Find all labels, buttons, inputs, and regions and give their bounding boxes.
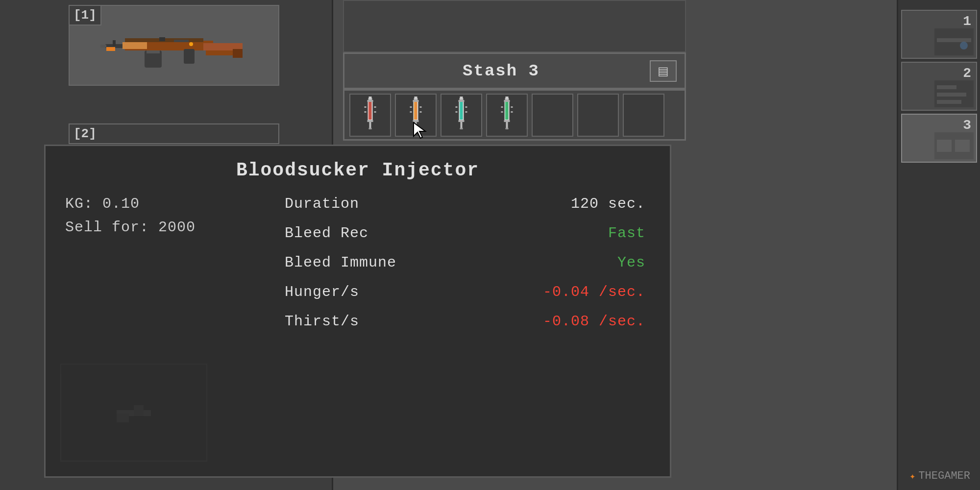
syringe-cyan — [450, 96, 472, 135]
svg-rect-38 — [410, 106, 412, 108]
svg-rect-56 — [506, 97, 509, 99]
main-container: [1] — [0, 0, 980, 490]
svg-rect-13 — [174, 40, 189, 42]
tooltip-title: Bloodsucker Injector — [46, 146, 670, 191]
svg-rect-35 — [413, 120, 419, 122]
svg-rect-79 — [937, 140, 952, 152]
svg-rect-80 — [955, 140, 970, 152]
tooltip-ghost-item — [60, 364, 207, 462]
svg-rect-6 — [100, 45, 106, 48]
svg-rect-59 — [505, 101, 506, 120]
svg-rect-49 — [461, 122, 463, 129]
svg-rect-24 — [369, 128, 372, 129]
tab-1-preview — [934, 28, 974, 55]
tab-1[interactable]: 1 — [901, 10, 977, 59]
svg-rect-41 — [420, 111, 422, 113]
svg-rect-46 — [460, 101, 461, 120]
svg-rect-75 — [937, 85, 956, 89]
syringe-slot-empty-1[interactable] — [532, 94, 573, 137]
svg-rect-26 — [374, 106, 376, 108]
tooltip-body: KG: 0.10 Sell for: 2000 Duration 120 sec… — [46, 191, 670, 347]
svg-rect-36 — [415, 122, 417, 129]
svg-rect-62 — [506, 122, 508, 129]
svg-rect-53 — [456, 111, 458, 113]
svg-rect-60 — [504, 100, 510, 102]
stat-value-thirst: -0.08 /sec. — [543, 313, 645, 330]
svg-rect-51 — [456, 106, 458, 108]
svg-rect-72 — [937, 38, 971, 42]
syringe-slot-green[interactable] — [486, 94, 528, 137]
stash-title: Stash 3 — [352, 62, 650, 80]
syringe-slot-empty-2[interactable] — [577, 94, 619, 137]
svg-rect-11 — [159, 37, 165, 41]
svg-rect-47 — [459, 100, 465, 102]
tab-3-preview — [934, 132, 974, 159]
svg-rect-21 — [368, 100, 373, 102]
stat-value-duration: 120 sec. — [547, 196, 645, 212]
slot-1-label: [1] — [69, 5, 101, 25]
svg-rect-4 — [233, 49, 243, 58]
syringe-red — [359, 96, 381, 135]
stat-row-bleed-immune: Bleed Immune Yes — [280, 254, 650, 271]
svg-rect-37 — [415, 128, 417, 129]
svg-rect-67 — [511, 111, 513, 113]
svg-rect-65 — [511, 106, 513, 108]
tooltip-left: KG: 0.10 Sell for: 2000 — [65, 196, 250, 343]
syringe-slot-empty-3[interactable] — [623, 94, 664, 137]
syringe-slot-red[interactable] — [349, 94, 391, 137]
svg-rect-23 — [369, 122, 371, 129]
stat-row-bleed-rec: Bleed Rec Fast — [280, 225, 650, 242]
svg-rect-34 — [413, 100, 419, 102]
svg-rect-48 — [459, 120, 465, 122]
stat-row-duration: Duration 120 sec. — [280, 196, 650, 212]
tooltip-stats: Duration 120 sec. Bleed Rec Fast Bleed I… — [280, 196, 650, 343]
stat-label-bleed-immune: Bleed Immune — [285, 254, 396, 271]
watermark-icon: ✦ — [909, 470, 915, 482]
stat-label-duration: Duration — [285, 196, 359, 212]
tab-sidebar: 1 2 3 — [897, 0, 980, 490]
svg-rect-12 — [122, 42, 147, 49]
stat-value-bleed-rec: Fast — [547, 225, 645, 242]
watermark: ✦ THEGAMER — [909, 470, 970, 482]
tab-1-number: 1 — [963, 14, 971, 29]
tab-2-number: 2 — [963, 66, 971, 81]
tab-3-number: 3 — [963, 118, 971, 133]
svg-rect-28 — [374, 111, 376, 113]
svg-rect-33 — [414, 101, 415, 120]
tab-3[interactable]: 3 — [901, 114, 977, 163]
stash-empty-area — [343, 0, 686, 52]
svg-rect-61 — [504, 120, 510, 122]
svg-rect-54 — [466, 111, 467, 113]
svg-rect-43 — [460, 97, 463, 99]
filter-button[interactable]: ▤ — [650, 60, 677, 82]
stat-row-hunger: Hunger/s -0.04 /sec. — [280, 284, 650, 300]
sell-text: Sell for: 2000 — [65, 219, 250, 236]
svg-rect-69 — [134, 405, 144, 416]
stat-label-thirst: Thirst/s — [285, 313, 359, 330]
syringe-orange — [405, 96, 427, 135]
svg-rect-76 — [937, 93, 966, 97]
svg-rect-77 — [937, 100, 961, 104]
syringe-slot-orange[interactable] — [395, 94, 437, 137]
svg-rect-39 — [420, 106, 422, 108]
syringe-slot-cyan[interactable] — [441, 94, 482, 137]
svg-rect-15 — [106, 47, 115, 51]
svg-rect-22 — [368, 120, 373, 122]
svg-rect-40 — [410, 111, 412, 113]
stat-label-bleed-rec: Bleed Rec — [285, 225, 368, 242]
slot-2-label: [2] — [69, 123, 279, 144]
svg-rect-64 — [501, 106, 503, 108]
syringe-green — [496, 96, 518, 135]
stat-value-hunger: -0.04 /sec. — [543, 284, 645, 300]
svg-rect-66 — [501, 111, 503, 113]
watermark-text: THEGAMER — [918, 470, 970, 482]
svg-rect-50 — [460, 128, 463, 129]
stash-items-row — [343, 89, 686, 141]
tab-2-preview — [934, 80, 974, 107]
stat-value-bleed-immune: Yes — [547, 254, 645, 271]
svg-point-73 — [960, 42, 968, 49]
tab-2[interactable]: 2 — [901, 62, 977, 111]
svg-rect-52 — [466, 106, 467, 108]
svg-point-14 — [189, 42, 193, 46]
stash-header: Stash 3 ▤ — [343, 52, 686, 89]
